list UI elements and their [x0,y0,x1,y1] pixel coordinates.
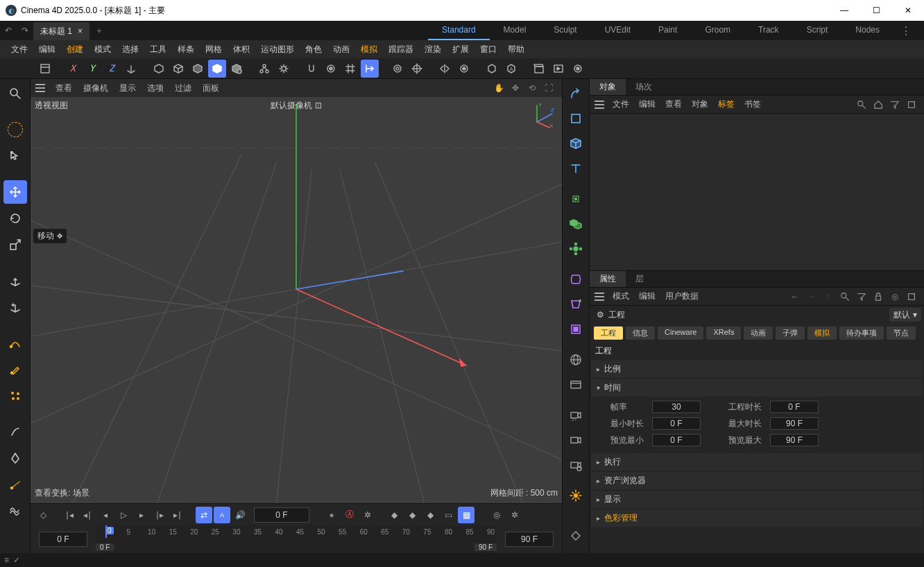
obj-tab-场次[interactable]: 场次 [626,79,662,95]
grid-icon[interactable] [341,60,359,78]
text-palette-icon[interactable] [565,157,587,180]
view-rotate-icon[interactable]: ⟲ [526,83,538,93]
camera-st-icon[interactable]: ST [565,403,587,427]
attr-tag-信息[interactable]: 信息 [626,326,655,340]
mirror-icon[interactable] [436,60,454,78]
cube-shaded-icon[interactable] [189,60,207,78]
frame-palette-icon[interactable] [565,373,587,396]
rotate-tool[interactable] [3,207,27,230]
line-tool[interactable] [3,473,27,496]
gear2-icon[interactable] [322,60,340,78]
target2-icon[interactable] [408,60,426,78]
magnet-icon[interactable] [302,60,320,78]
axis-y-button[interactable]: Y [83,60,101,78]
record-button[interactable]: ● [323,507,340,523]
layout-tab-groom[interactable]: Groom [691,21,744,40]
status-check-icon[interactable]: ✓ [13,555,20,565]
layout-more-icon[interactable]: ⋮ [893,24,918,37]
axis-x-button[interactable]: X [64,60,82,78]
autokey-a-button[interactable]: Ⓐ [341,507,358,523]
attr-tab-属性[interactable]: 属性 [590,271,626,287]
play-button[interactable]: ▷ [115,507,132,523]
nib-tool[interactable] [3,446,27,470]
menu-选择[interactable]: 选择 [117,40,144,58]
step-fwd-button[interactable]: ▸ [133,507,150,523]
effector-palette-icon[interactable] [565,237,587,261]
menu-帮助[interactable]: 帮助 [502,40,530,58]
attr-tag-节点[interactable]: 节点 [887,326,916,340]
menu-模式[interactable]: 模式 [89,40,117,58]
key-scale-button[interactable]: ◆ [422,507,438,523]
light-palette-icon[interactable] [565,484,587,507]
globe-palette-icon[interactable] [565,348,587,372]
vp-menu-摄像机[interactable]: 摄像机 [78,82,114,94]
wave-tool[interactable] [3,499,27,523]
obj-tab-对象[interactable]: 对象 [590,79,626,95]
axis-gizmo-icon[interactable]: Y Z X [529,101,556,129]
obj-popout-icon[interactable] [905,100,918,110]
cube-wire-icon[interactable] [169,60,187,78]
attr-tb-用户数据[interactable]: 用户数据 [660,290,703,302]
menu-编辑[interactable]: 编辑 [33,40,61,58]
pmax-field[interactable]: 90 F [770,434,819,446]
menu-渲染[interactable]: 渲染 [419,40,447,58]
menu-创建[interactable]: 创建 [61,40,89,58]
obj-filter-icon[interactable] [888,100,902,110]
hex-icon[interactable] [483,60,501,78]
object-list[interactable] [590,114,924,270]
target-icon[interactable] [388,60,407,78]
layout-tab-sculpt[interactable]: Sculpt [540,21,590,40]
nav-fwd-icon[interactable]: → [805,292,819,302]
hierarchy-icon[interactable] [255,60,273,78]
attr-hamburger-icon[interactable] [592,293,606,301]
cube-extra-icon[interactable] [228,60,246,78]
nav-back-icon[interactable]: ← [788,292,802,302]
vp-menu-查看[interactable]: 查看 [50,82,78,94]
rect-palette-icon[interactable] [565,107,587,130]
layout-tab-paint[interactable]: Paint [644,21,691,40]
duration-field[interactable]: 0 F [770,401,819,413]
window-close-button[interactable]: ✕ [892,0,924,21]
gear4-icon[interactable] [569,60,587,78]
document-tab[interactable]: 未标题 1 × [33,22,89,40]
gear-icon[interactable] [275,60,293,78]
key-rot-button[interactable]: ◆ [404,507,420,523]
attr-tb-编辑[interactable]: 编辑 [634,290,660,302]
brush-tool[interactable] [3,420,27,444]
menu-网格[interactable]: 网格 [200,40,228,58]
camera2-icon[interactable] [565,428,587,452]
obj-search-icon[interactable] [855,100,869,110]
nav-up-icon[interactable]: ↑ [821,292,835,302]
key-opt2-button[interactable]: ▦ [458,507,474,523]
menu-样条[interactable]: 样条 [172,40,200,58]
move-tool[interactable] [3,180,27,204]
hand-icon[interactable]: ✋ [493,83,505,93]
menu-工具[interactable]: 工具 [144,40,172,58]
world-axis-button[interactable] [122,60,140,78]
attr-tag-XRefs[interactable]: XRefs [706,326,741,340]
play-icon[interactable] [549,60,567,78]
camera3-icon[interactable] [565,453,587,477]
vp-menu-过滤[interactable]: 过滤 [169,82,197,94]
deform2-palette-icon[interactable] [565,293,587,316]
pmin-field[interactable]: 0 F [652,434,701,446]
go-start-button[interactable]: ∣◂ [61,507,78,523]
layout-icon[interactable] [36,60,54,78]
deform3-palette-icon[interactable] [565,317,587,341]
current-frame-field[interactable]: 0 F [254,507,309,523]
attr-tag-工程[interactable]: 工程 [594,326,623,340]
vp-menu-显示[interactable]: 显示 [114,82,142,94]
autosnap-button[interactable]: A [214,507,230,523]
cubes-palette-icon[interactable] [565,212,587,236]
layout-tab-model[interactable]: Model [490,21,540,40]
close-tab-icon[interactable]: × [78,26,83,36]
menu-扩展[interactable]: 扩展 [447,40,474,58]
obj-tb-查看[interactable]: 查看 [660,98,687,110]
mode-dropdown[interactable]: 默认 ▾ [889,308,921,322]
deform-palette-icon[interactable] [565,268,587,291]
attr-tb-模式[interactable]: 模式 [608,290,634,302]
range-start-field[interactable]: 0 F [39,532,87,547]
menu-窗口[interactable]: 窗口 [474,40,502,58]
attr-tag-待办事项[interactable]: 待办事项 [839,326,884,340]
obj-tb-编辑[interactable]: 编辑 [634,98,660,110]
